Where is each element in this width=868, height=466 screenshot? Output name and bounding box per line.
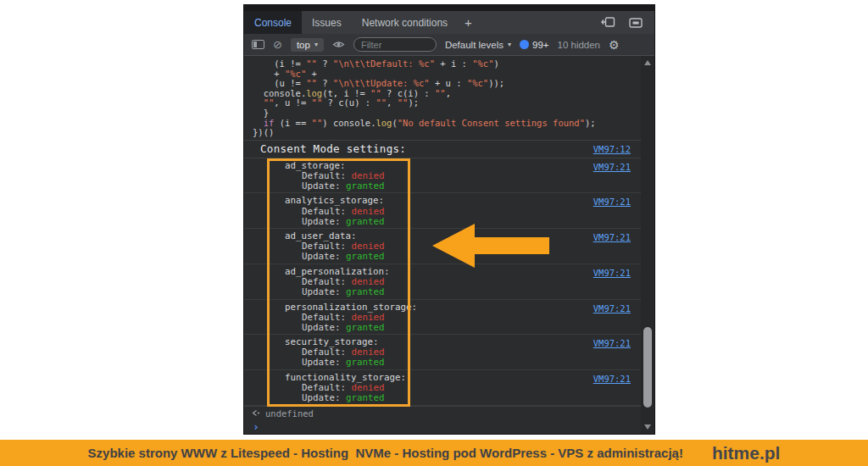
code-segment: ) [494,58,499,69]
vertical-scrollbar[interactable] [641,56,654,434]
source-link[interactable]: VM97:21 [593,197,631,207]
code-segment: ? [317,78,333,88]
code-segment: ? c(u) : [322,97,376,108]
tab-network-conditions[interactable]: Network conditions [352,11,458,34]
granted-value: granted [346,180,385,191]
console-toolbar: ⊘ top ▾ Default levels ▾ 99+ 10 hidden ⚙ [244,34,654,56]
denied-value: denied [352,170,385,181]
console-code-line: })() [253,128,641,138]
clear-console-icon[interactable]: ⊘ [273,39,282,50]
return-value-icon [251,409,260,417]
consent-entry-name: personalization_storage: [244,302,631,313]
consent-entry-name: analytics_storage: [244,196,631,206]
scroll-up-icon[interactable] [644,60,651,65]
expand-panel-icon[interactable] [629,18,643,28]
source-link[interactable]: VM97:21 [593,232,631,242]
issues-count: 99+ [532,40,549,50]
source-link[interactable]: VM97:21 [593,374,631,384]
console-prompt-icon: › [253,421,259,432]
code-segment: + i : [435,58,472,69]
code-segment: ); [585,118,596,128]
chevron-down-icon: ▾ [314,41,318,48]
code-segment: (i != [253,58,306,69]
issues-icon [520,40,529,49]
context-selector[interactable]: top ▾ [291,38,324,52]
source-link[interactable]: VM97:21 [593,162,631,172]
context-selector-label: top [297,40,310,50]
gear-icon[interactable]: ⚙ [609,39,620,51]
code-segment: + [306,69,317,79]
code-segment: log [306,88,322,98]
hidden-messages-label[interactable]: 10 hidden [558,40,601,50]
consent-entry-update: Update: granted [244,393,631,403]
code-segment: , [387,97,398,108]
granted-value: granted [346,251,385,262]
show-sidebar-icon[interactable] [252,40,264,49]
source-link[interactable]: VM97:21 [593,268,631,278]
scrollbar-thumb[interactable] [643,327,652,408]
window-top-strip [244,5,654,11]
code-segment: "" [398,97,409,108]
code-segment: + [253,69,285,79]
tabbar-right-icons [601,11,654,34]
consent-entry-update: Update: granted [244,181,631,191]
granted-value: granted [346,392,385,403]
annotation-arrow-icon [432,221,549,270]
granted-value: granted [346,357,385,368]
code-segment: ? [317,58,333,69]
issues-badge[interactable]: 99+ [520,40,549,50]
live-expression-eye-icon[interactable] [332,40,345,49]
code-segment: , [446,88,451,98]
code-segment: "No default Consent settings found" [398,118,585,128]
scroll-down-icon[interactable] [644,424,651,430]
code-segment: "\n\t\tDefault: %c" [333,58,435,69]
consent-entry-default: Default: denied [244,313,631,323]
code-segment: "%c" [472,58,493,69]
console-result-row: undefined [244,406,641,419]
consent-entry-update: Update: granted [244,358,631,368]
add-tab-icon[interactable]: + [458,11,479,34]
code-segment: } [253,108,269,118]
code-segment [253,118,264,128]
source-link[interactable]: VM97:12 [593,144,631,154]
granted-value: granted [346,322,385,333]
console-prompt-row[interactable]: › [244,419,641,434]
filter-input[interactable] [353,37,437,52]
console-group-header-row: Consent Mode settings: VM97:12 [244,140,641,158]
source-link[interactable]: VM97:21 [593,338,631,348]
source-link[interactable]: VM97:21 [593,303,631,313]
code-segment [253,97,264,108]
console-code-line: if (i == "") console.log("No default Con… [253,119,641,129]
code-segment: "" [312,97,323,108]
code-segment: if [264,118,275,128]
code-segment: (t, i != [322,88,370,98]
code-segment: log [376,118,392,128]
consent-entries-list: ad_storage:Default: deniedUpdate: grante… [244,158,641,406]
code-segment: ? c(i) : [381,88,435,98]
code-segment: "" [370,88,381,98]
devtools-window: Console Issues Network conditions + ⊘ to [243,4,655,435]
consent-entry-update: Update: granted [244,323,631,333]
code-segment: "%c" [467,78,488,88]
log-levels-dropdown[interactable]: Default levels ▾ [445,40,511,50]
banner-text: Szybkie strony WWW z Litespeed - Hosting… [88,446,683,460]
log-levels-label: Default levels [445,40,504,50]
code-segment: , u != [274,97,311,108]
code-segment: "" [435,88,446,98]
granted-value: granted [346,216,385,227]
tab-console[interactable]: Console [244,11,302,34]
denied-value: denied [352,241,385,252]
consent-entry: personalization_storage:Default: deniedU… [244,300,641,336]
denied-value: denied [352,382,385,393]
code-segment: ) console. [322,118,376,128]
code-segment: (i == [274,118,311,128]
footer-banner: Szybkie strony WWW z Litespeed - Hosting… [0,440,868,466]
activity-icon[interactable] [601,17,615,28]
code-segment: "" [264,97,275,108]
code-segment: "" [306,58,317,69]
denied-value: denied [352,347,385,358]
hitme-logo[interactable]: hitme.pl [712,443,781,463]
chevron-down-icon: ▾ [508,41,511,48]
consent-entry-default: Default: denied [244,207,631,217]
tab-issues[interactable]: Issues [302,11,352,34]
